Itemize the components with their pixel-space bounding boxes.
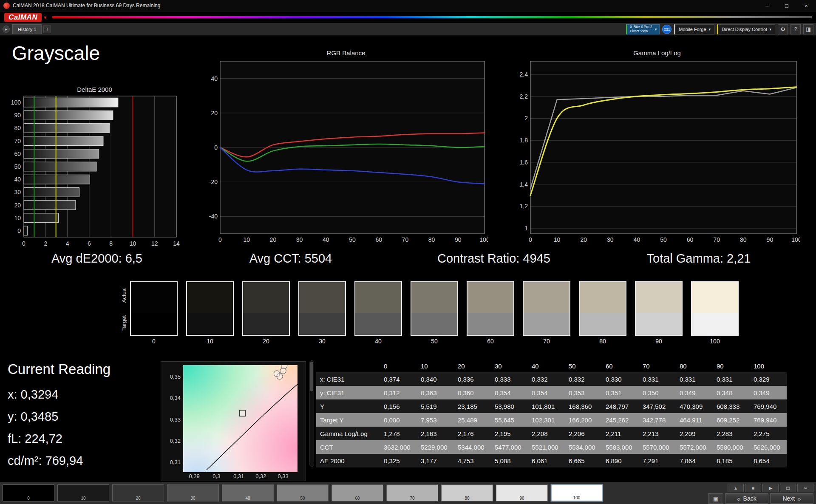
next-button[interactable]: Next » [770,493,813,504]
cie-x-tick: 0,3 [212,473,220,479]
tab-history-1[interactable]: History 1 [12,24,42,34]
target-color-patch [636,313,682,335]
summary-stats-row: Avg dE2000: 6,5Avg CCT: 5504Contrast Rat… [0,252,816,269]
svg-text:0: 0 [17,227,21,234]
table-row: CCT3632,0005229,0005344,0005477,0005521,… [316,440,787,454]
swatch-square [298,281,346,336]
settings-gear-button[interactable]: ⚙ [778,24,788,34]
main-content: Grayscale DeltaE 2000 024681012141009080… [0,36,816,482]
reading-cdm: cd/m²: 769,94 [8,450,110,472]
table-cell: 0,348 [713,386,750,399]
nav-button-row: ▣ « Back Next » [708,493,813,504]
patch-button-40[interactable]: 40 [222,484,274,501]
link-button[interactable]: ∞ [797,484,813,492]
patch-button-50[interactable]: 50 [277,484,329,501]
patch-button-30[interactable]: 30 [167,484,219,501]
patch-button-20[interactable]: 20 [112,484,164,501]
actual-color-patch [131,282,177,313]
svg-text:100: 100 [11,99,21,106]
help-button[interactable]: ? [790,24,801,34]
collapse-panel-button[interactable]: ◨ [803,24,813,34]
swatch-level-label: 80 [579,338,626,345]
svg-text:20: 20 [270,236,277,243]
target-color-patch [243,313,289,335]
table-cell: 5,519 [417,399,454,413]
svg-text:80: 80 [740,236,747,243]
row-label: CCT [316,440,380,454]
bottom-right-controls: ▲■▶▤∞ ▣ « Back Next » [708,484,813,504]
grayscale-swatch-80: 80 [579,281,626,345]
source-select-button[interactable]: Mobile Forge ▾ [674,24,714,34]
svg-text:50: 50 [660,236,667,243]
patch-button-100[interactable]: 100 [551,484,603,501]
maximize-button[interactable]: □ [777,0,796,11]
minimize-button[interactable]: – [757,0,777,11]
target-color-patch [355,313,401,335]
table-cell: 5570,000 [639,440,676,454]
swatch-level-label: 40 [354,338,402,345]
patch-label: 60 [332,496,383,501]
table-cell: 609,252 [713,413,750,427]
svg-text:80: 80 [428,236,435,243]
grayscale-swatch-20: 20 [242,281,290,345]
svg-text:90: 90 [14,112,21,119]
table-cell: 0,336 [454,372,491,386]
nav-arrow-button[interactable]: ▸ [3,25,10,33]
patch-button-0[interactable]: 0 [3,484,54,501]
patch-button-10[interactable]: 10 [57,484,109,501]
actual-color-patch [468,282,513,313]
page-title: Grayscale [12,42,100,65]
row-label: Target Y [316,413,380,427]
table-header-row: 0102030405060708090100 [316,360,787,372]
table-cell: 5344,000 [454,440,491,454]
col-header-70: 70 [639,360,676,372]
meter-line-2: Direct View [630,29,652,34]
swatch-square [523,281,570,336]
target-color-patch [131,313,177,335]
reading-list: x: 0,3294y: 0,3485fL: 224,72cd/m²: 769,9… [8,383,110,472]
save-button[interactable]: ▤ [780,484,796,492]
target-color-patch [187,313,233,335]
table-cell: 2,176 [454,427,491,440]
patch-button-90[interactable]: 90 [496,484,548,501]
back-button[interactable]: « Back [725,493,768,504]
col-header-90: 90 [713,360,750,372]
table-cell: 55,645 [491,413,528,427]
svg-text:1,4: 1,4 [520,181,528,188]
svg-text:4: 4 [66,240,69,247]
target-color-patch [299,313,345,335]
grayscale-swatch-40: 40 [354,281,402,345]
patch-window-button[interactable]: ▣ [708,493,723,504]
swatch-square [411,281,458,336]
patch-button-80[interactable]: 80 [441,484,493,501]
add-tab-button[interactable]: + [43,25,51,33]
patch-button-70[interactable]: 70 [386,484,438,501]
svg-text:1,8: 1,8 [520,137,528,144]
stop-button[interactable]: ■ [745,484,761,492]
table-cell: 342,778 [639,413,676,427]
scrollbar-thumb[interactable] [310,362,313,391]
svg-text:40: 40 [323,236,329,243]
cie-chromaticity-diagram [183,365,298,472]
row-label: Gamma Log/Log [316,427,380,440]
patch-button-60[interactable]: 60 [332,484,383,501]
meter-select-button[interactable]: X-Rite i1Pro 2 Direct View ▾ [626,24,660,34]
gamma-chart-block: Gamma Log/Log 11,21,41,61,822,22,4010203… [514,49,800,246]
cie-chart-panel: 0,290,30,310,320,33 0,350,340,330,320,31 [161,361,306,481]
table-scrollbar[interactable] [309,360,314,467]
patch-label: 0 [3,496,54,501]
table-cell: 0,312 [380,386,417,399]
svg-text:90: 90 [767,236,774,243]
logo-dropdown-icon[interactable]: ▾ [44,14,46,20]
tray-toggle-button[interactable]: ▲ [728,484,744,492]
calman-logo[interactable]: CalMAN [4,13,42,22]
close-button[interactable]: × [796,0,816,11]
reading-x: x: 0,3294 [8,383,110,405]
table-cell: 0,156 [380,399,417,413]
table-cell: 168,360 [565,399,602,413]
svg-text:10: 10 [130,240,136,247]
meter-count-badge[interactable]: 221 [662,25,672,34]
play-button[interactable]: ▶ [762,484,779,492]
svg-text:6: 6 [88,240,91,247]
display-control-button[interactable]: Direct Display Control ▾ [717,24,775,34]
